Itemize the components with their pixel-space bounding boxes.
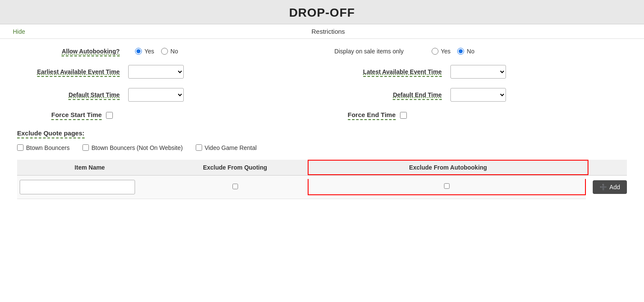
autobooking-no-radio[interactable]: [161, 48, 168, 55]
video-game-rental-checkbox[interactable]: [196, 144, 202, 151]
default-end-select[interactable]: [450, 88, 506, 102]
td-item-name: [17, 180, 162, 194]
video-game-rental-label: Video Game Rental: [205, 144, 257, 151]
btown-bouncers-not-checkbox-item[interactable]: Btown Bouncers (Not On Website): [82, 144, 183, 151]
item-name-input[interactable]: [20, 180, 135, 194]
default-start-select[interactable]: [128, 88, 184, 102]
display-sale-yes-option[interactable]: Yes: [432, 48, 451, 55]
default-start-label: Default Start Time: [68, 91, 120, 100]
autobooking-yes-option[interactable]: Yes: [135, 48, 154, 55]
autobooking-yes-radio[interactable]: [135, 48, 142, 55]
hide-link[interactable]: Hide: [13, 28, 25, 35]
top-bar: Hide Restrictions: [0, 24, 644, 39]
display-sale-col: Display on sale items only Yes No: [322, 47, 627, 56]
default-start-label-wrapper: Default Start Time: [17, 91, 128, 98]
autobooking-no-option[interactable]: No: [161, 48, 178, 55]
page-title: DROP-OFF: [0, 6, 644, 20]
btown-bouncers-not-label: Btown Bouncers (Not On Website): [91, 144, 183, 151]
earliest-event-col: Earliest Available Event Time: [17, 65, 322, 79]
exclude-autobooking-checkbox[interactable]: [444, 183, 450, 189]
force-end-checkbox[interactable]: [400, 112, 407, 119]
force-end-label: Force End Time: [348, 111, 396, 120]
items-table-section: Item Name Exclude From Quoting Exclude F…: [17, 160, 627, 199]
exclude-checkbox-group: Btown Bouncers Btown Bouncers (Not On We…: [17, 144, 627, 151]
latest-event-select[interactable]: [450, 65, 506, 79]
video-game-rental-checkbox-item[interactable]: Video Game Rental: [196, 144, 257, 151]
th-exclude-autobooking: Exclude From Autobooking: [308, 160, 588, 175]
exclude-quoting-checkbox[interactable]: [232, 184, 238, 189]
exclude-quote-label[interactable]: Exclude Quote pages:: [17, 129, 85, 138]
table-data-row: [17, 176, 586, 199]
autobooking-label: Allow Autobooking?: [62, 48, 120, 56]
table-data-row-wrapper: ➕ Add: [17, 176, 627, 199]
display-sale-no-label: No: [467, 48, 474, 55]
add-button[interactable]: ➕ Add: [593, 180, 627, 194]
exclude-quote-section: Exclude Quote pages: Btown Bouncers Btow…: [17, 129, 627, 151]
add-label: Add: [609, 184, 620, 191]
btown-bouncers-label: Btown Bouncers: [26, 144, 70, 151]
autobooking-row: Allow Autobooking? Yes No Display on sal…: [17, 47, 627, 56]
main-content: Allow Autobooking? Yes No Display on sal…: [0, 39, 644, 208]
add-plus-icon: ➕: [600, 184, 607, 191]
display-sale-yes-radio[interactable]: [432, 48, 438, 55]
page-header: DROP-OFF: [0, 0, 644, 24]
autobooking-label-wrapper: Allow Autobooking?: [17, 48, 128, 55]
earliest-event-label-wrapper: Earliest Available Event Time: [17, 68, 128, 75]
th-item-name: Item Name: [17, 164, 162, 171]
force-start-checkbox[interactable]: [106, 112, 113, 119]
force-end-col: Force End Time: [322, 111, 627, 120]
default-time-row: Default Start Time Default End Time: [17, 88, 627, 102]
btown-bouncers-checkbox-item[interactable]: Btown Bouncers: [17, 144, 70, 151]
force-start-label: Force Start Time: [51, 111, 102, 120]
force-start-col: Force Start Time: [17, 111, 322, 120]
earliest-event-label: Earliest Available Event Time: [37, 68, 120, 77]
display-sale-no-option[interactable]: No: [457, 48, 474, 55]
autobooking-radio-group: Yes No: [135, 48, 178, 55]
latest-event-label-wrapper: Latest Available Event Time: [322, 68, 450, 75]
autobooking-yes-label: Yes: [144, 48, 154, 55]
force-time-row: Force Start Time Force End Time: [17, 111, 627, 120]
td-exclude-autobooking: [308, 179, 586, 195]
default-end-col: Default End Time: [322, 88, 627, 102]
td-exclude-quoting: [162, 184, 308, 191]
display-sale-yes-label: Yes: [441, 48, 451, 55]
event-time-row: Earliest Available Event Time Latest Ava…: [17, 65, 627, 79]
btown-bouncers-checkbox[interactable]: [17, 144, 24, 151]
display-sale-no-radio[interactable]: [457, 48, 464, 55]
autobooking-col-left: Allow Autobooking? Yes No: [17, 48, 322, 55]
restrictions-label: Restrictions: [25, 28, 631, 35]
earliest-event-select[interactable]: [128, 65, 184, 79]
display-sale-radio-group: Yes No: [432, 48, 475, 55]
table-header-row: Item Name Exclude From Quoting Exclude F…: [17, 160, 627, 176]
latest-event-label: Latest Available Event Time: [363, 68, 442, 77]
default-end-label: Default End Time: [393, 91, 441, 100]
default-start-col: Default Start Time: [17, 88, 322, 102]
autobooking-no-label: No: [171, 48, 178, 55]
btown-bouncers-not-checkbox[interactable]: [82, 144, 89, 151]
display-sale-label: Display on sale items only: [335, 48, 404, 55]
default-end-label-wrapper: Default End Time: [322, 91, 450, 98]
th-exclude-quoting: Exclude From Quoting: [162, 164, 308, 171]
latest-event-col: Latest Available Event Time: [322, 65, 627, 79]
